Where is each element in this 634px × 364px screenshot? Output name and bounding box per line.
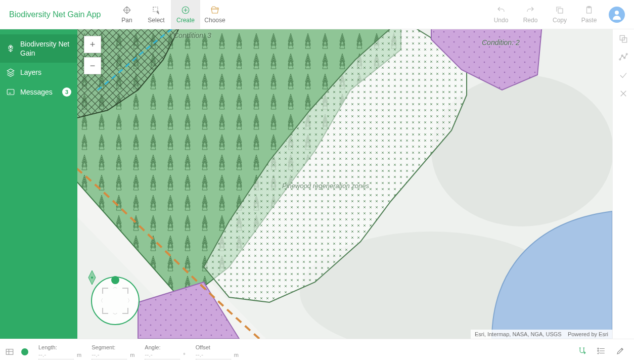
right-rail xyxy=(612,29,634,339)
undo-button[interactable]: Undo xyxy=(486,0,516,29)
label-condition-2: Condition: 2 xyxy=(482,38,520,47)
compass-left-icon[interactable]: 〈 xyxy=(98,297,103,304)
undo-icon xyxy=(496,6,506,15)
segment-label: Segment: xyxy=(92,344,134,350)
redo-button[interactable]: Redo xyxy=(516,0,545,29)
left-sidebar: Biodiversity Net Gain Layers Messages 3 xyxy=(0,29,77,339)
vertices-icon[interactable] xyxy=(619,53,628,62)
sidebar-item-bng[interactable]: Biodiversity Net Gain xyxy=(0,34,77,63)
map-canvas[interactable]: Condition: 3 Condition: 2 Pinewood regen… xyxy=(77,29,612,339)
compass-needle-icon xyxy=(86,270,98,285)
app-title: Biodiversity Net Gain App xyxy=(0,10,112,19)
svg-rect-24 xyxy=(6,349,13,354)
history-tools-group: Undo Redo Copy Paste xyxy=(486,0,604,29)
map-attribution: Esri, Intermap, NASA, NGA, USGS Powered … xyxy=(471,330,612,339)
select-icon xyxy=(152,6,161,15)
top-toolbar: Biodiversity Net Gain App Pan Select Cre… xyxy=(0,0,634,29)
snapping-button[interactable] xyxy=(577,346,586,357)
segment-value[interactable]: --.- xyxy=(92,351,127,359)
create-label: Create xyxy=(176,17,195,24)
create-button[interactable]: Create xyxy=(171,0,200,29)
copy-button[interactable]: Copy xyxy=(545,0,574,29)
compass-widget[interactable]: ︿ ﹀ 〈 〉 xyxy=(87,273,143,329)
zoom-out-button[interactable]: − xyxy=(84,57,101,74)
messages-icon xyxy=(6,87,15,97)
attribution-sources: Esri, Intermap, NASA, NGA, USGS xyxy=(475,331,562,337)
pan-label: Pan xyxy=(121,17,132,24)
label-condition-3: Condition: 3 xyxy=(173,31,211,39)
angle-label: Angle: xyxy=(145,344,185,350)
sidebar-label-bng: Biodiversity Net Gain xyxy=(20,39,71,58)
angle-field: Angle: --.-° xyxy=(145,344,185,359)
paste-icon xyxy=(584,6,594,15)
offset-value[interactable]: --.- xyxy=(196,351,231,359)
compass-north-dot xyxy=(111,276,119,284)
user-icon xyxy=(611,9,623,21)
select-button[interactable]: Select xyxy=(142,0,171,29)
check-icon[interactable] xyxy=(619,71,628,80)
settings-list-button[interactable] xyxy=(597,346,606,357)
choose-icon xyxy=(210,6,219,15)
edit-pencil-button[interactable] xyxy=(616,346,625,357)
select-label: Select xyxy=(148,17,164,24)
choose-label: Choose xyxy=(204,17,225,24)
segment-field: Segment: --.-m xyxy=(92,344,134,359)
paste-label: Paste xyxy=(581,17,597,24)
svg-rect-2 xyxy=(558,9,563,13)
attribution-powered: Powered by Esri xyxy=(568,331,608,337)
pan-icon xyxy=(122,6,131,15)
svg-point-5 xyxy=(615,11,619,15)
zoom-in-button[interactable]: + xyxy=(84,36,101,53)
label-pinewood: Pinewood regeneration zones xyxy=(282,182,369,190)
messages-badge: 3 xyxy=(62,87,71,97)
layers-icon xyxy=(6,68,15,77)
create-icon xyxy=(181,6,190,15)
redo-icon xyxy=(526,6,535,15)
flower-icon xyxy=(6,44,15,53)
status-dot[interactable] xyxy=(21,348,28,355)
svg-point-17 xyxy=(91,277,93,279)
pan-button[interactable]: Pan xyxy=(112,0,142,29)
undo-label: Undo xyxy=(494,17,509,24)
length-field: Length: --.-m xyxy=(38,344,81,359)
compass-down-icon[interactable]: ﹀ xyxy=(113,311,118,318)
choose-button[interactable]: Choose xyxy=(200,0,230,29)
sidebar-label-messages: Messages xyxy=(20,87,62,97)
svg-point-25 xyxy=(598,348,599,349)
sidebar-label-layers: Layers xyxy=(20,68,71,77)
table-icon[interactable] xyxy=(5,347,14,356)
svg-point-26 xyxy=(598,350,599,351)
length-value[interactable]: --.- xyxy=(38,351,74,359)
sidebar-item-messages[interactable]: Messages 3 xyxy=(0,82,77,102)
overlap-icon[interactable] xyxy=(619,34,628,43)
length-label: Length: xyxy=(38,344,81,350)
paste-button[interactable]: Paste xyxy=(574,0,604,29)
sidebar-item-layers[interactable]: Layers xyxy=(0,63,77,82)
angle-value[interactable]: --.- xyxy=(145,351,180,359)
zoom-controls: + − xyxy=(84,36,101,78)
svg-rect-7 xyxy=(7,89,14,95)
user-avatar[interactable] xyxy=(609,7,625,23)
edit-tools-group: Pan Select Create Choose xyxy=(112,0,230,29)
redo-label: Redo xyxy=(523,17,538,24)
close-icon[interactable] xyxy=(619,89,628,98)
svg-point-6 xyxy=(10,47,12,48)
compass-up-icon[interactable]: ︿ xyxy=(113,284,118,291)
bottom-bar: Length: --.-m Segment: --.-m Angle: --.-… xyxy=(0,339,634,364)
offset-label: Offset xyxy=(196,344,239,350)
compass-right-icon[interactable]: 〉 xyxy=(127,297,132,304)
copy-label: Copy xyxy=(553,17,567,24)
offset-field: Offset --.-m xyxy=(196,344,239,359)
copy-icon xyxy=(555,6,564,15)
